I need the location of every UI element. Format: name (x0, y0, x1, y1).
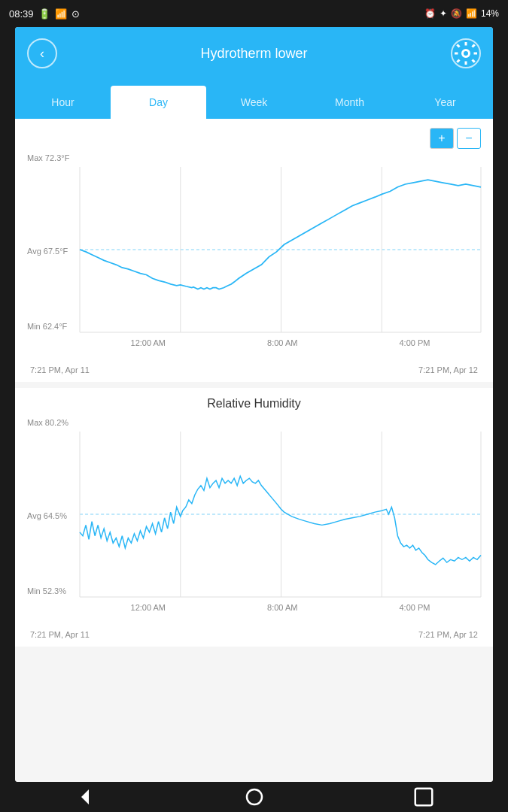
temperature-svg (80, 167, 481, 332)
zoom-out-button[interactable]: − (457, 128, 481, 149)
battery-percent: 14% (481, 8, 499, 19)
signal-icon: 📶 (466, 8, 477, 19)
temp-min-label: Min 62.4°F (27, 322, 67, 331)
page-title: Hydrotherm lower (200, 46, 307, 62)
chart-controls: + − (27, 128, 481, 149)
svg-rect-17 (415, 789, 432, 806)
temp-time-1: 12:00 AM (131, 338, 166, 347)
nav-back-icon (74, 786, 96, 808)
nav-home-button[interactable] (243, 786, 266, 808)
temp-time-2: 8:00 AM (267, 338, 297, 347)
time-display: 08:39 (9, 8, 34, 20)
battery-icon: 🔋 (38, 8, 50, 20)
gear-icon (452, 40, 479, 67)
svg-marker-15 (81, 789, 89, 804)
zoom-in-button[interactable]: + (430, 128, 454, 149)
temp-avg-label: Avg 67.5°F (27, 247, 68, 256)
wifi-icon: 📶 (55, 8, 67, 20)
humidity-time-1: 12:00 AM (131, 603, 166, 612)
svg-point-0 (462, 50, 469, 57)
svg-point-16 (247, 789, 262, 804)
nav-recent-button[interactable] (412, 786, 435, 808)
temp-date-end: 7:21 PM, Apr 12 (418, 365, 478, 374)
bluetooth-icon: ✦ (440, 8, 447, 19)
back-button[interactable]: ‹ (27, 38, 57, 68)
humidity-date-range: 7:21 PM, Apr 11 7:21 PM, Apr 12 (27, 630, 481, 639)
tab-year[interactable]: Year (397, 86, 493, 119)
humidity-svg-area (80, 432, 481, 597)
humidity-time-3: 4:00 PM (400, 603, 430, 612)
temp-time-labels: 12:00 AM 8:00 AM 4:00 PM (80, 338, 481, 347)
temperature-chart-container: Max 72.3°F Avg 67.5°F Min 62.4°F (27, 152, 481, 362)
status-right: ⏰ ✦ 🔕 📶 14% (424, 8, 499, 19)
tab-bar: Hour Day Week Month Year (15, 80, 493, 119)
temp-date-start: 7:21 PM, Apr 11 (30, 365, 90, 374)
temperature-chart-section: + − Max 72.3°F Avg 67.5°F Min 62.4°F (15, 119, 493, 382)
humidity-time-labels: 12:00 AM 8:00 AM 4:00 PM (80, 603, 481, 612)
nav-back-button[interactable] (74, 786, 96, 808)
humidity-chart-section: Relative Humidity Max 80.2% Avg 64.5% Mi… (15, 388, 493, 647)
humidity-svg (80, 432, 481, 597)
humidity-time-2: 8:00 AM (267, 603, 297, 612)
top-bar: ‹ Hydrotherm lower (15, 27, 493, 80)
tab-day[interactable]: Day (111, 86, 206, 119)
nav-home-icon (243, 786, 266, 808)
temperature-svg-area (80, 167, 481, 332)
temp-time-3: 4:00 PM (400, 338, 430, 347)
status-bar: 08:39 🔋 📶 ⊙ ⏰ ✦ 🔕 📶 14% (0, 0, 508, 27)
back-icon: ‹ (40, 46, 44, 62)
status-left: 08:39 🔋 📶 ⊙ (9, 8, 80, 20)
tab-hour[interactable]: Hour (15, 86, 111, 119)
location-icon: ⊙ (71, 8, 80, 20)
app-container: ‹ Hydrotherm lower Hour Day Week Month Y… (15, 27, 493, 782)
humidity-date-start: 7:21 PM, Apr 11 (30, 630, 90, 639)
humidity-max-label: Max 80.2% (27, 418, 68, 427)
bottom-padding (15, 653, 493, 668)
temp-max-label: Max 72.3°F (27, 153, 69, 162)
alarm-icon: ⏰ (424, 8, 436, 19)
humidity-min-label: Min 52.3% (27, 586, 66, 595)
scroll-area[interactable]: + − Max 72.3°F Avg 67.5°F Min 62.4°F (15, 119, 493, 782)
settings-button[interactable] (451, 38, 481, 68)
nav-recent-icon (412, 786, 435, 808)
humidity-date-end: 7:21 PM, Apr 12 (418, 630, 478, 639)
temp-date-range: 7:21 PM, Apr 11 7:21 PM, Apr 12 (27, 365, 481, 374)
tab-week[interactable]: Week (206, 86, 302, 119)
humidity-title: Relative Humidity (27, 397, 481, 411)
bottom-nav (0, 782, 508, 812)
humidity-chart-container: Max 80.2% Avg 64.5% Min 52.3% (27, 417, 481, 627)
tab-month[interactable]: Month (302, 86, 397, 119)
humidity-avg-label: Avg 64.5% (27, 511, 67, 520)
mute-icon: 🔕 (451, 8, 462, 19)
